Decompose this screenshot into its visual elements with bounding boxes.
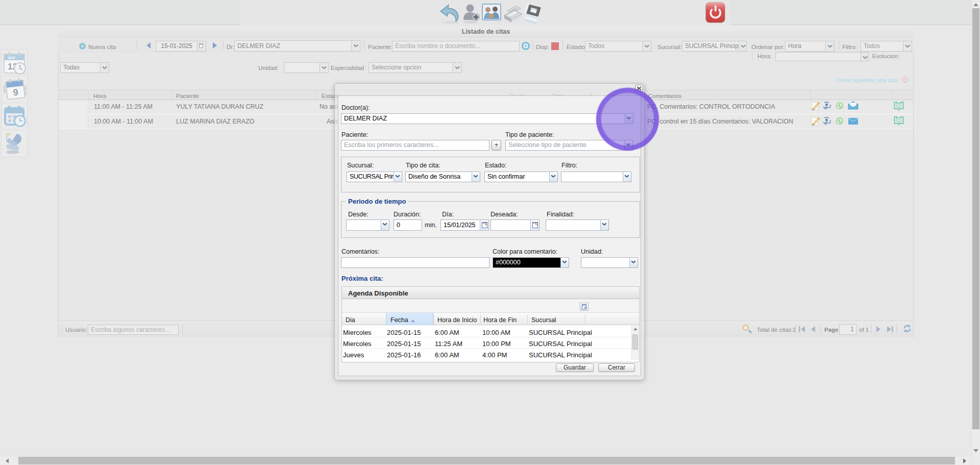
- svg-text:9: 9: [13, 87, 19, 98]
